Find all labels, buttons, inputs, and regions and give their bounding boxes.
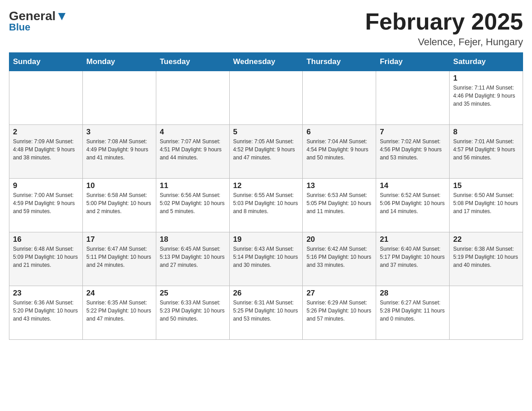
day-number: 15 [453, 181, 519, 190]
calendar-cell: 18Sunrise: 6:45 AM Sunset: 5:13 PM Dayli… [156, 232, 229, 286]
day-info: Sunrise: 6:40 AM Sunset: 5:17 PM Dayligh… [380, 245, 446, 269]
page-header: General▼ Blue February 2025 Velence, Fej… [9, 9, 523, 48]
calendar-cell: 5Sunrise: 7:05 AM Sunset: 4:52 PM Daylig… [229, 125, 303, 179]
col-tuesday: Tuesday [156, 53, 229, 71]
day-number: 18 [160, 235, 226, 244]
week-row-1: 1Sunrise: 7:11 AM Sunset: 4:46 PM Daylig… [9, 71, 523, 125]
day-number: 13 [306, 181, 372, 190]
day-number: 10 [86, 181, 152, 190]
day-number: 26 [233, 289, 299, 298]
logo: General▼ Blue [9, 9, 68, 33]
calendar-cell: 4Sunrise: 7:07 AM Sunset: 4:51 PM Daylig… [156, 125, 229, 179]
day-number: 1 [453, 74, 519, 83]
day-info: Sunrise: 6:56 AM Sunset: 5:02 PM Dayligh… [160, 191, 226, 215]
day-number: 19 [233, 235, 299, 244]
day-info: Sunrise: 6:36 AM Sunset: 5:20 PM Dayligh… [13, 299, 79, 323]
day-info: Sunrise: 6:29 AM Sunset: 5:26 PM Dayligh… [306, 299, 372, 323]
day-info: Sunrise: 6:42 AM Sunset: 5:16 PM Dayligh… [306, 245, 372, 269]
day-number: 17 [86, 235, 152, 244]
calendar-cell [156, 71, 229, 125]
day-info: Sunrise: 7:09 AM Sunset: 4:48 PM Dayligh… [13, 137, 79, 162]
day-info: Sunrise: 6:38 AM Sunset: 5:19 PM Dayligh… [453, 245, 519, 269]
day-info: Sunrise: 6:47 AM Sunset: 5:11 PM Dayligh… [86, 245, 152, 269]
day-number: 7 [380, 128, 446, 137]
day-info: Sunrise: 6:55 AM Sunset: 5:03 PM Dayligh… [233, 191, 299, 215]
col-saturday: Saturday [450, 53, 523, 71]
calendar-cell: 20Sunrise: 6:42 AM Sunset: 5:16 PM Dayli… [303, 232, 376, 286]
calendar-cell: 21Sunrise: 6:40 AM Sunset: 5:17 PM Dayli… [376, 232, 450, 286]
calendar-cell: 15Sunrise: 6:50 AM Sunset: 5:08 PM Dayli… [450, 179, 523, 232]
calendar-cell: 14Sunrise: 6:52 AM Sunset: 5:06 PM Dayli… [376, 179, 450, 232]
day-number: 8 [453, 128, 519, 137]
col-friday: Friday [376, 53, 450, 71]
calendar-cell [229, 71, 303, 125]
calendar-cell: 12Sunrise: 6:55 AM Sunset: 5:03 PM Dayli… [229, 179, 303, 232]
day-info: Sunrise: 7:05 AM Sunset: 4:52 PM Dayligh… [233, 137, 299, 162]
calendar-cell: 23Sunrise: 6:36 AM Sunset: 5:20 PM Dayli… [9, 286, 83, 340]
location-text: Velence, Fejer, Hungary [365, 36, 523, 48]
day-info: Sunrise: 7:07 AM Sunset: 4:51 PM Dayligh… [160, 137, 226, 162]
col-thursday: Thursday [303, 53, 376, 71]
day-number: 24 [86, 289, 152, 298]
week-row-4: 16Sunrise: 6:48 AM Sunset: 5:09 PM Dayli… [9, 232, 523, 286]
day-info: Sunrise: 6:52 AM Sunset: 5:06 PM Dayligh… [380, 191, 446, 215]
day-number: 25 [160, 289, 226, 298]
day-info: Sunrise: 6:50 AM Sunset: 5:08 PM Dayligh… [453, 191, 519, 215]
calendar-cell: 1Sunrise: 7:11 AM Sunset: 4:46 PM Daylig… [450, 71, 523, 125]
day-info: Sunrise: 7:11 AM Sunset: 4:46 PM Dayligh… [453, 84, 519, 108]
day-number: 3 [86, 128, 152, 137]
day-info: Sunrise: 6:58 AM Sunset: 5:00 PM Dayligh… [86, 191, 152, 215]
calendar-cell: 9Sunrise: 7:00 AM Sunset: 4:59 PM Daylig… [9, 179, 83, 232]
calendar-cell: 6Sunrise: 7:04 AM Sunset: 4:54 PM Daylig… [303, 125, 376, 179]
day-number: 11 [160, 181, 226, 190]
calendar-cell: 7Sunrise: 7:02 AM Sunset: 4:56 PM Daylig… [376, 125, 450, 179]
day-number: 20 [306, 235, 372, 244]
calendar-cell [303, 71, 376, 125]
day-number: 12 [233, 181, 299, 190]
day-info: Sunrise: 6:27 AM Sunset: 5:28 PM Dayligh… [380, 299, 446, 323]
calendar-cell: 10Sunrise: 6:58 AM Sunset: 5:00 PM Dayli… [82, 179, 156, 232]
calendar-cell: 25Sunrise: 6:33 AM Sunset: 5:23 PM Dayli… [156, 286, 229, 340]
day-number: 5 [233, 128, 299, 137]
day-info: Sunrise: 6:35 AM Sunset: 5:22 PM Dayligh… [86, 299, 152, 323]
day-info: Sunrise: 7:00 AM Sunset: 4:59 PM Dayligh… [13, 191, 79, 215]
calendar-cell [376, 71, 450, 125]
calendar-cell: 3Sunrise: 7:08 AM Sunset: 4:49 PM Daylig… [82, 125, 156, 179]
calendar-table: Sunday Monday Tuesday Wednesday Thursday… [9, 52, 523, 340]
day-number: 23 [13, 289, 79, 298]
calendar-cell [450, 286, 523, 340]
day-number: 2 [13, 128, 79, 137]
calendar-cell: 2Sunrise: 7:09 AM Sunset: 4:48 PM Daylig… [9, 125, 83, 179]
day-info: Sunrise: 6:45 AM Sunset: 5:13 PM Dayligh… [160, 245, 226, 269]
logo-triangle-icon: ▼ [56, 9, 68, 23]
day-number: 6 [306, 128, 372, 137]
week-row-5: 23Sunrise: 6:36 AM Sunset: 5:20 PM Dayli… [9, 286, 523, 340]
calendar-cell: 28Sunrise: 6:27 AM Sunset: 5:28 PM Dayli… [376, 286, 450, 340]
calendar-cell: 26Sunrise: 6:31 AM Sunset: 5:25 PM Dayli… [229, 286, 303, 340]
calendar-cell: 19Sunrise: 6:43 AM Sunset: 5:14 PM Dayli… [229, 232, 303, 286]
day-info: Sunrise: 7:01 AM Sunset: 4:57 PM Dayligh… [453, 137, 519, 162]
day-info: Sunrise: 6:53 AM Sunset: 5:05 PM Dayligh… [306, 191, 372, 215]
calendar-cell: 16Sunrise: 6:48 AM Sunset: 5:09 PM Dayli… [9, 232, 83, 286]
calendar-cell: 24Sunrise: 6:35 AM Sunset: 5:22 PM Dayli… [82, 286, 156, 340]
month-title: February 2025 [365, 9, 523, 34]
day-number: 27 [306, 289, 372, 298]
day-number: 21 [380, 235, 446, 244]
day-number: 9 [13, 181, 79, 190]
calendar-cell: 27Sunrise: 6:29 AM Sunset: 5:26 PM Dayli… [303, 286, 376, 340]
day-number: 14 [380, 181, 446, 190]
week-row-3: 9Sunrise: 7:00 AM Sunset: 4:59 PM Daylig… [9, 179, 523, 232]
day-info: Sunrise: 7:04 AM Sunset: 4:54 PM Dayligh… [306, 137, 372, 162]
day-number: 4 [160, 128, 226, 137]
day-info: Sunrise: 6:31 AM Sunset: 5:25 PM Dayligh… [233, 299, 299, 323]
days-of-week-row: Sunday Monday Tuesday Wednesday Thursday… [9, 53, 523, 71]
calendar-cell: 11Sunrise: 6:56 AM Sunset: 5:02 PM Dayli… [156, 179, 229, 232]
calendar-cell: 8Sunrise: 7:01 AM Sunset: 4:57 PM Daylig… [450, 125, 523, 179]
day-info: Sunrise: 7:02 AM Sunset: 4:56 PM Dayligh… [380, 137, 446, 162]
calendar-cell: 13Sunrise: 6:53 AM Sunset: 5:05 PM Dayli… [303, 179, 376, 232]
calendar-cell: 22Sunrise: 6:38 AM Sunset: 5:19 PM Dayli… [450, 232, 523, 286]
title-block: February 2025 Velence, Fejer, Hungary [365, 9, 523, 48]
day-number: 28 [380, 289, 446, 298]
col-sunday: Sunday [9, 53, 83, 71]
col-wednesday: Wednesday [229, 53, 303, 71]
